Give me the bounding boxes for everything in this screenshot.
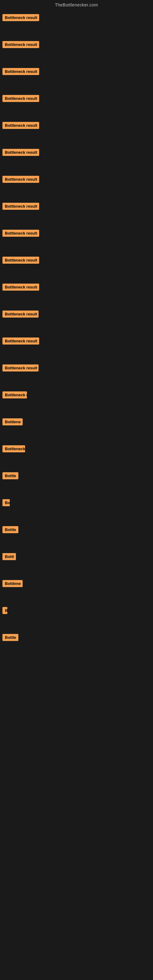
- list-item: Bottleneck result: [0, 278, 153, 305]
- list-item: Bottleneck result: [0, 224, 153, 251]
- list-item: Bottleneck result: [0, 305, 153, 332]
- list-item: Bottleneck result: [0, 251, 153, 278]
- bottleneck-result-badge[interactable]: Bottle: [2, 526, 18, 533]
- list-item: B: [0, 601, 153, 628]
- items-list: Bottleneck resultBottleneck resultBottle…: [0, 9, 153, 655]
- list-item: Bottleneck result: [0, 116, 153, 143]
- bottleneck-result-badge[interactable]: Bottleneck result: [2, 203, 39, 210]
- bottleneck-result-badge[interactable]: Bottleneck result: [2, 257, 39, 264]
- list-item: Bottle: [0, 520, 153, 547]
- bottleneck-result-badge[interactable]: Bo: [2, 499, 10, 506]
- bottleneck-result-badge[interactable]: Bottlene: [2, 580, 22, 587]
- bottleneck-result-badge[interactable]: Bottlene: [2, 418, 22, 425]
- bottleneck-result-badge[interactable]: Bottleneck result: [2, 230, 39, 237]
- list-item: Bottleneck result: [0, 332, 153, 359]
- list-item: Bottleneck result: [0, 143, 153, 170]
- site-title: TheBottlenecker.com: [0, 0, 153, 9]
- bottleneck-result-badge[interactable]: Bottleneck result: [2, 14, 39, 21]
- bottleneck-result-badge[interactable]: Bottleneck result: [2, 68, 39, 75]
- bottleneck-result-badge[interactable]: Bottleneck: [2, 445, 25, 452]
- bottleneck-result-badge[interactable]: Bottleneck r: [2, 391, 27, 398]
- list-item: Bottleneck result: [0, 89, 153, 116]
- list-item: Bottle: [0, 628, 153, 655]
- bottleneck-result-badge[interactable]: B: [2, 607, 7, 614]
- list-item: Bottleneck result: [0, 170, 153, 197]
- list-item: Bottlene: [0, 413, 153, 440]
- list-item: Bo: [0, 494, 153, 520]
- bottleneck-result-badge[interactable]: Bottleneck result: [2, 95, 39, 102]
- list-item: Bottleneck r: [0, 386, 153, 413]
- bottleneck-result-badge[interactable]: Bottleneck result: [2, 122, 39, 129]
- bottleneck-result-badge[interactable]: Bottleneck result: [2, 283, 39, 291]
- bottleneck-result-badge[interactable]: Bottleneck result: [2, 149, 39, 156]
- bottleneck-result-badge[interactable]: Bottl: [2, 553, 16, 560]
- bottleneck-result-badge[interactable]: Bottleneck result: [2, 310, 38, 318]
- bottleneck-result-badge[interactable]: Bottleneck result: [2, 176, 39, 183]
- list-item: Bottle: [0, 467, 153, 494]
- bottleneck-result-badge[interactable]: Bottleneck result: [2, 337, 39, 345]
- page-container: TheBottlenecker.com Bottleneck resultBot…: [0, 0, 153, 655]
- bottleneck-result-badge[interactable]: Bottleneck result: [2, 364, 38, 371]
- list-item: Bottleneck result: [0, 62, 153, 89]
- list-item: Bottlene: [0, 574, 153, 601]
- bottleneck-result-badge[interactable]: Bottleneck result: [2, 41, 39, 48]
- list-item: Bottleneck result: [0, 359, 153, 386]
- list-item: Bottl: [0, 547, 153, 574]
- bottleneck-result-badge[interactable]: Bottle: [2, 472, 18, 479]
- bottleneck-result-badge[interactable]: Bottle: [2, 634, 18, 641]
- list-item: Bottleneck: [0, 440, 153, 467]
- list-item: Bottleneck result: [0, 197, 153, 224]
- list-item: Bottleneck result: [0, 35, 153, 62]
- list-item: Bottleneck result: [0, 9, 153, 35]
